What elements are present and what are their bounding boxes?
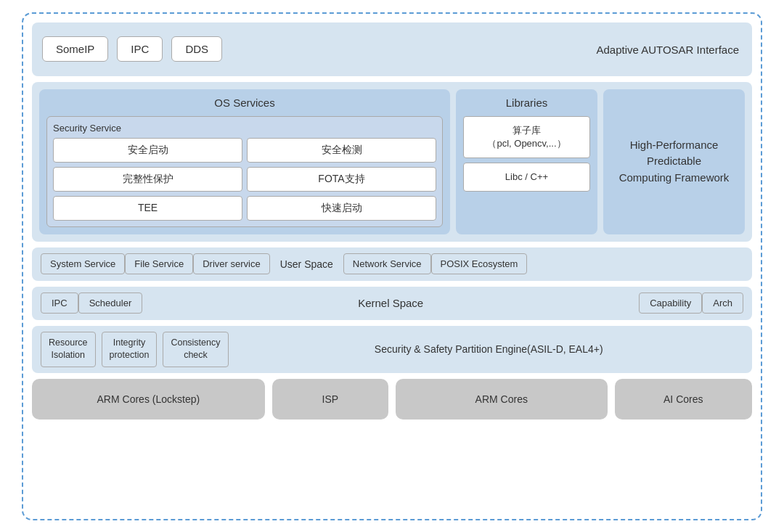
kernel-ipc: IPC [41, 292, 78, 314]
protocol-ipc: IPC [117, 36, 163, 62]
high-perf-text: High-PerformancePredictableComputing Fra… [619, 137, 730, 187]
sec-item-5: 快速启动 [247, 196, 436, 221]
autosar-layer: SomeIP IPC DDS Adaptive AUTOSAR Interfac… [32, 22, 752, 76]
os-services-section: OS Services Security Service 安全启动 安全检测 完… [39, 89, 450, 234]
kernel-arch: Arch [702, 292, 743, 314]
partition-layer: ResourceIsolation Integrityprotection Co… [32, 326, 752, 373]
core-lockstep: ARM Cores (Lockstep) [32, 379, 265, 420]
partition-consistency: Consistencycheck [163, 332, 228, 367]
kernel-layer: IPC Scheduler Kernel Space Capability Ar… [32, 287, 752, 320]
core-isp: ISP [272, 379, 388, 420]
security-grid: 安全启动 安全检测 完整性保护 FOTA支持 TEE 快速启动 [53, 138, 436, 221]
diagram-container: SomeIP IPC DDS Adaptive AUTOSAR Interfac… [22, 12, 762, 520]
service-userspace: User Space [270, 254, 343, 274]
middle-layer: OS Services Security Service 安全启动 安全检测 完… [32, 82, 752, 242]
sec-item-2: 完整性保护 [53, 167, 242, 192]
kernel-label: Kernel Space [142, 292, 639, 314]
lib-item-0: 算子库（pcl, Opencv,...） [463, 116, 590, 158]
kernel-capability: Capability [639, 292, 702, 314]
services-layer: System Service File Service Driver servi… [32, 247, 752, 281]
os-services-title: OS Services [46, 97, 443, 109]
partition-resource: ResourceIsolation [41, 332, 96, 367]
high-perf-section: High-PerformancePredictableComputing Fra… [603, 89, 745, 234]
protocol-someip: SomeIP [42, 36, 108, 62]
sec-item-3: FOTA支持 [247, 167, 436, 192]
security-service-box: Security Service 安全启动 安全检测 完整性保护 FOTA支持 … [46, 116, 443, 227]
libraries-title: Libraries [463, 97, 590, 109]
service-posix: POSIX Ecosystem [431, 253, 528, 274]
sec-item-1: 安全检测 [247, 138, 436, 163]
security-service-title: Security Service [53, 123, 436, 134]
service-driver: Driver service [193, 253, 269, 274]
core-ai: AI Cores [615, 379, 752, 420]
libraries-section: Libraries 算子库（pcl, Opencv,...） Libc / C+… [456, 89, 597, 234]
service-system: System Service [41, 253, 125, 274]
sec-item-4: TEE [53, 196, 242, 221]
sec-item-0: 安全启动 [53, 138, 242, 163]
autosar-label: Adaptive AUTOSAR Interface [597, 43, 740, 55]
lib-item-1: Libc / C++ [463, 163, 590, 192]
service-file: File Service [125, 253, 193, 274]
service-network: Network Service [343, 253, 431, 274]
cores-layer: ARM Cores (Lockstep) ISP ARM Cores AI Co… [32, 379, 752, 420]
core-arm: ARM Cores [396, 379, 608, 420]
kernel-scheduler: Scheduler [78, 292, 143, 314]
partition-label: Security & Safety Partition Engine(ASIL-… [234, 343, 744, 355]
protocol-dds: DDS [171, 36, 222, 62]
partition-integrity: Integrityprotection [102, 332, 158, 367]
